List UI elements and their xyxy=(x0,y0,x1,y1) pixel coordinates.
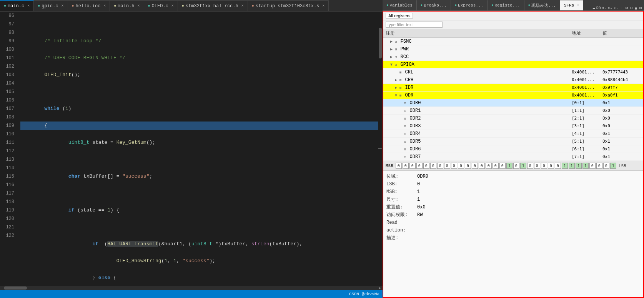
tab-registers[interactable]: ● Registe... xyxy=(488,0,524,10)
sfr-row-pwr[interactable]: ▶⊞ PWR xyxy=(383,45,643,53)
bit-7[interactable]: 1 xyxy=(562,163,568,169)
field-value: ODR0 xyxy=(417,173,428,180)
x2-btn[interactable]: x₂ xyxy=(614,6,618,10)
bit-23[interactable]: 0 xyxy=(451,163,457,169)
close-sfr-tab-icon[interactable]: × xyxy=(577,3,579,8)
bit-20[interactable]: 0 xyxy=(472,163,478,169)
panel-controls[interactable]: ⊟ ⊠ ⊡ ▣ ⊞ xyxy=(621,6,642,10)
tab-main-h[interactable]: ● main.h × xyxy=(110,0,144,11)
sfr-row-odr0[interactable]: ⊟ ODR0 [0:1] 0x1 xyxy=(383,99,643,107)
bit-2[interactable]: 0 xyxy=(596,163,602,169)
tab-variables[interactable]: ● Variables xyxy=(383,0,417,10)
row-content: ⊟ ODR0 xyxy=(399,100,572,106)
scrollbar-thumb[interactable] xyxy=(379,28,382,58)
tab-oled-c[interactable]: ● OLED.c × xyxy=(144,0,178,11)
all-registers-button[interactable]: All registers xyxy=(386,13,413,19)
close-icon[interactable]: × xyxy=(103,4,106,8)
bit-30[interactable]: 0 xyxy=(403,163,409,169)
scroll-right-btn[interactable]: ▶ xyxy=(379,286,381,290)
size-value: 1 xyxy=(417,196,420,203)
row-content: ⊟ ODR7 xyxy=(399,154,572,160)
header-name: 注册 xyxy=(386,30,572,37)
msb-key: MSB: xyxy=(386,188,417,196)
bit-21[interactable]: 0 xyxy=(465,163,471,169)
minimize-icon[interactable]: ▬ xyxy=(593,6,595,10)
row-content: ⊟ ODR5 xyxy=(399,139,572,144)
sfr-row-gpioa[interactable]: ▼⊞ GPIOA xyxy=(383,61,643,68)
bit-31[interactable]: 0 xyxy=(396,163,402,169)
x8-btn[interactable]: x₈ xyxy=(608,6,612,10)
tab-expressions[interactable]: ● Express... xyxy=(451,0,488,10)
bit-4[interactable]: 1 xyxy=(582,163,589,169)
close-icon[interactable]: × xyxy=(27,4,30,8)
bit-29[interactable]: 0 xyxy=(409,163,416,169)
sfr-row-odr4[interactable]: ⊟ ODR4 [4:1] 0x1 xyxy=(383,130,643,138)
sfr-row-rcc[interactable]: ▶⊞ RCC xyxy=(383,53,643,61)
tab-label: Express... xyxy=(458,3,483,8)
tab-sfrs[interactable]: SFRs × xyxy=(560,0,583,10)
sfr-row-crh[interactable]: ▶⊞ CRH 0x4001... 0x888444b4 xyxy=(383,76,643,84)
bit-27[interactable]: 0 xyxy=(423,163,429,169)
bit-16[interactable]: 0 xyxy=(499,163,506,169)
bit-26[interactable]: 0 xyxy=(430,163,436,169)
bit-18[interactable]: 0 xyxy=(486,163,492,169)
bit-11[interactable]: 0 xyxy=(534,163,540,169)
close-icon[interactable]: × xyxy=(241,4,244,8)
sfr-row-idr[interactable]: ▶⊞ IDR 0x4001... 0x9ff7 xyxy=(383,84,643,92)
bit-1[interactable]: 0 xyxy=(603,163,609,169)
sfr-row-odr6[interactable]: ⊟ ODR6 [6:1] 0x1 xyxy=(383,145,643,153)
tab-live-expressions[interactable]: ● 现场表达... xyxy=(524,0,560,10)
sfr-row-odr2[interactable]: ⊟ ODR2 [2:1] 0x0 xyxy=(383,115,643,122)
bit-0[interactable]: 1 xyxy=(610,163,616,169)
horizontal-scrollbar[interactable]: ▶ xyxy=(0,286,383,290)
tab-gpio-c[interactable]: ● gpio.c × xyxy=(34,0,68,11)
bit-28[interactable]: 0 xyxy=(416,163,423,169)
row-content: ⊞ CRL xyxy=(395,70,572,75)
tab-label: gpio.c xyxy=(42,3,58,9)
bit-6[interactable]: 1 xyxy=(569,163,575,169)
close-icon[interactable]: × xyxy=(61,4,63,8)
row-content: ▶⊞ FSMC xyxy=(390,39,572,44)
bit-9[interactable]: 0 xyxy=(548,163,554,169)
tab-label: Variables xyxy=(389,3,412,8)
code-area[interactable]: 96 97 98 99 100 101 102 103 104 105 106 … xyxy=(0,12,378,286)
bit-24[interactable]: 0 xyxy=(444,163,450,169)
bit-25[interactable]: 0 xyxy=(437,163,443,169)
x0-btn[interactable]: x₀ xyxy=(602,6,607,10)
bit-12[interactable]: 0 xyxy=(527,163,533,169)
bit-15[interactable]: 1 xyxy=(506,163,513,169)
sfr-row-odr3[interactable]: ⊟ ODR3 [3:1] 0x0 xyxy=(383,122,643,130)
bit-17[interactable]: 0 xyxy=(493,163,499,169)
sfr-table-body[interactable]: ▶⊞ FSMC ▶⊞ PWR ▶⊞ RCC ▼ xyxy=(383,38,643,161)
tab-startup[interactable]: ● startup_stm32f103c8tx.s × xyxy=(248,0,329,11)
row-content: ⊟ ODR6 xyxy=(399,147,572,152)
sfr-row-odr7[interactable]: ⊟ ODR7 [7:1] 0x1 xyxy=(383,153,643,161)
bit-3[interactable]: 0 xyxy=(589,163,596,169)
bit-5[interactable]: 1 xyxy=(576,163,582,169)
sfr-row-crl[interactable]: ⊞ CRL 0x4001... 0x77777443 xyxy=(383,68,643,76)
sfr-row-odr[interactable]: ▼⊞ ODR 0x4001... 0xa0f1 xyxy=(383,92,643,99)
sfr-row-odr1[interactable]: ⊟ ODR1 [1:1] 0x0 xyxy=(383,107,643,115)
close-icon[interactable]: × xyxy=(171,4,174,8)
close-icon[interactable]: × xyxy=(138,4,140,8)
toolbar-btn-1[interactable]: RD xyxy=(596,6,601,10)
row-content: ⊟ ODR4 xyxy=(399,131,572,137)
code-content[interactable]: /* Infinite loop */ /* USER CODE BEGIN W… xyxy=(17,12,378,286)
tab-hal-rcc[interactable]: ● stm32f1xx_hal_rcc.h × xyxy=(178,0,248,11)
tab-hello-ioc[interactable]: ● hello.ioc × xyxy=(68,0,110,11)
tab-main-c[interactable]: ● main.c × xyxy=(0,0,34,11)
sfr-row-fsmc[interactable]: ▶⊞ FSMC xyxy=(383,38,643,45)
tab-breakpoints[interactable]: ● Breakp... xyxy=(417,0,451,10)
bit-8[interactable]: 0 xyxy=(555,163,561,169)
bit-10[interactable]: 0 xyxy=(541,163,547,169)
size-key: 尺寸: xyxy=(386,196,417,203)
close-icon[interactable]: × xyxy=(322,4,324,8)
bit-22[interactable]: 0 xyxy=(458,163,464,169)
bit-14[interactable]: 0 xyxy=(513,163,519,169)
scrollbar-thumb-x[interactable] xyxy=(4,286,27,290)
sfr-row-odr5[interactable]: ⊟ ODR5 [5:1] 0x1 xyxy=(383,138,643,145)
vertical-scrollbar[interactable] xyxy=(378,12,383,286)
bit-19[interactable]: 0 xyxy=(479,163,485,169)
bit-13[interactable]: 1 xyxy=(520,163,526,169)
sfr-search-input[interactable] xyxy=(386,22,443,28)
